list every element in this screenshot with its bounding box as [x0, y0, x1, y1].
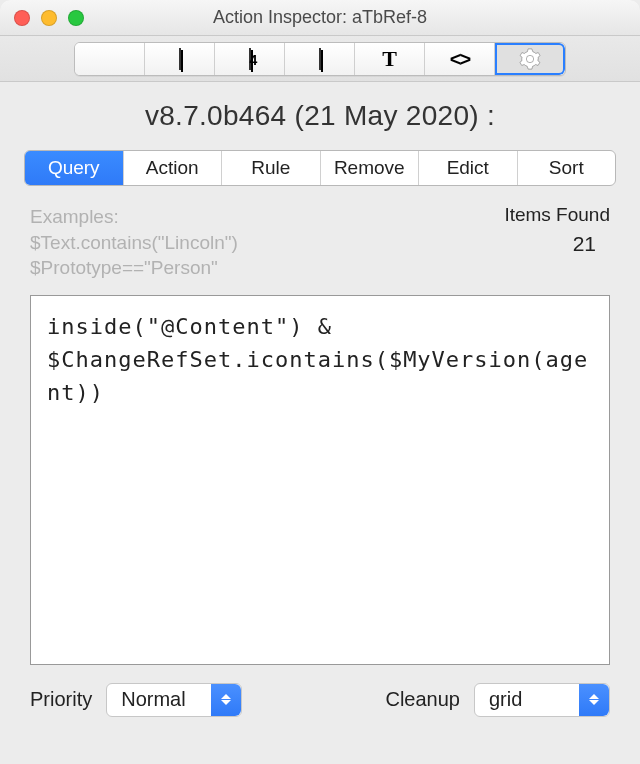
examples-block: Examples: $Text.contains("Lincoln") $Pro…	[30, 204, 440, 281]
titlebar: Action Inspector: aTbRef-8	[0, 0, 640, 36]
query-input[interactable]: inside("@Content") & $ChangeRefSet.icont…	[30, 295, 610, 665]
items-found-count: 21	[440, 232, 596, 256]
segment-gear[interactable]	[495, 43, 565, 75]
inspector-segments: T <>	[74, 42, 566, 76]
segment-code[interactable]: <>	[425, 43, 495, 75]
code-icon: <>	[447, 48, 473, 70]
chevron-updown-icon	[211, 684, 241, 716]
zoom-icon[interactable]	[68, 10, 84, 26]
segment-page[interactable]	[145, 43, 215, 75]
close-icon[interactable]	[14, 10, 30, 26]
window-controls	[0, 10, 84, 26]
info-row: Examples: $Text.contains("Lincoln") $Pro…	[0, 186, 640, 289]
minimize-icon[interactable]	[41, 10, 57, 26]
chevron-updown-icon	[579, 684, 609, 716]
segment-four[interactable]	[215, 43, 285, 75]
text-T-icon: T	[377, 48, 403, 70]
priority-label: Priority	[30, 688, 92, 711]
agent-tabs: Query Action Rule Remove Edict Sort	[24, 150, 616, 186]
tab-action[interactable]: Action	[124, 151, 223, 185]
drawer-icon	[97, 48, 123, 70]
tab-query[interactable]: Query	[25, 151, 124, 185]
window-title: Action Inspector: aTbRef-8	[0, 7, 640, 28]
segment-gradient[interactable]	[285, 43, 355, 75]
priority-value: Normal	[121, 688, 185, 711]
cleanup-value: grid	[489, 688, 522, 711]
segment-text[interactable]: T	[355, 43, 425, 75]
four-page-icon	[237, 48, 263, 70]
priority-select[interactable]: Normal	[106, 683, 242, 717]
segment-drawer[interactable]	[75, 43, 145, 75]
items-found-label: Items Found	[440, 204, 610, 226]
examples-label: Examples:	[30, 204, 440, 230]
gradient-square-icon	[307, 48, 333, 70]
tab-remove[interactable]: Remove	[321, 151, 420, 185]
tab-sort[interactable]: Sort	[518, 151, 616, 185]
inspector-toolbar: T <>	[0, 36, 640, 82]
cleanup-select[interactable]: grid	[474, 683, 610, 717]
examples-line-1: $Text.contains("Lincoln")	[30, 230, 440, 256]
note-subtitle: v8.7.0b464 (21 May 2020) :	[0, 82, 640, 150]
tab-rule[interactable]: Rule	[222, 151, 321, 185]
examples-line-2: $Prototype=="Person"	[30, 255, 440, 281]
cleanup-label: Cleanup	[385, 688, 460, 711]
items-found: Items Found 21	[440, 204, 610, 281]
gear-icon	[519, 48, 541, 70]
page-icon	[167, 48, 193, 70]
tab-edict[interactable]: Edict	[419, 151, 518, 185]
bottom-controls: Priority Normal Cleanup grid	[0, 665, 640, 717]
